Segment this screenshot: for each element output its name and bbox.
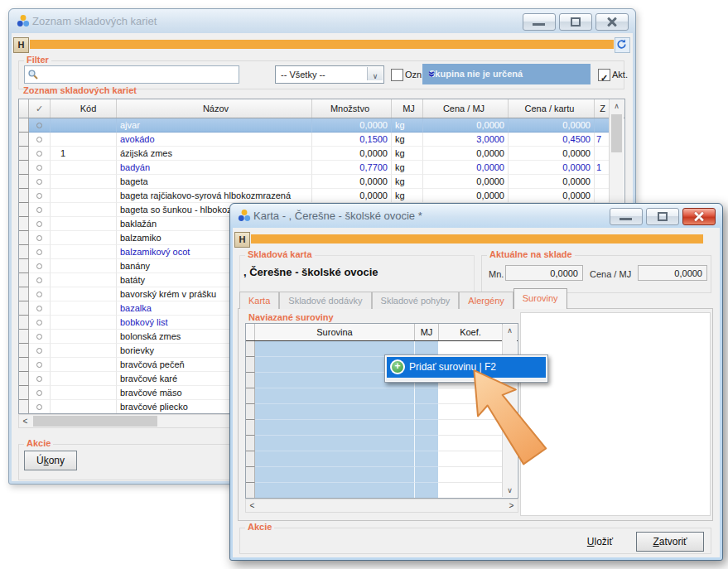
refresh-button[interactable] — [615, 37, 630, 53]
column-header-surovina[interactable]: Surovina — [255, 324, 415, 340]
row-marker-icon — [36, 151, 42, 157]
table-row[interactable]: 1ázijská zmes0,0000kg0,00000,0000 — [19, 147, 624, 161]
ukony-button[interactable]: Úkony — [24, 451, 77, 470]
tab-skladove-pohyby[interactable]: Skladové pohyby — [372, 292, 460, 309]
ingredient-row[interactable] — [246, 420, 518, 436]
minimize-icon — [533, 23, 545, 26]
cell-mj — [415, 483, 439, 499]
horizontal-scrollbar[interactable]: < > — [245, 499, 518, 513]
h-button[interactable]: H — [13, 37, 29, 53]
cell-mj: kg — [392, 161, 423, 175]
minimize-button[interactable] — [610, 208, 643, 225]
column-header-cena-kartu[interactable]: Cena / kartu — [509, 99, 595, 118]
cell-mno: 0,1500 — [312, 133, 392, 147]
minimize-icon — [620, 218, 632, 220]
column-header-mj[interactable]: MJ — [415, 324, 439, 340]
tab-skladove-dodavky[interactable]: Skladové dodávky — [279, 292, 371, 309]
cell-kod — [51, 133, 117, 147]
column-header-cena-mj[interactable]: Cena / MJ — [423, 99, 509, 118]
column-header-koef[interactable]: Koef. — [439, 324, 503, 340]
cell-chk — [29, 133, 51, 147]
tab-suroviny[interactable]: Suroviny — [513, 288, 567, 309]
cell-hdr — [19, 386, 29, 400]
search-input[interactable] — [41, 67, 237, 82]
cell-chk — [29, 231, 51, 245]
maximize-icon — [658, 212, 668, 221]
tab-karta[interactable]: Karta — [239, 292, 279, 309]
cell-kod — [51, 161, 117, 175]
card-window-titlebar[interactable]: Karta - , Čerešne - školské ovocie * — [230, 204, 722, 228]
akt-checkbox[interactable]: ✓ — [598, 69, 610, 81]
table-row[interactable]: ajvar0,0000kg0,00000,0000 — [19, 118, 624, 133]
cell-z: 7 — [595, 133, 610, 147]
cell-hdr — [246, 420, 255, 436]
category-dropdown[interactable]: -- Všetky -- ∨ — [275, 65, 384, 84]
cell-hdr — [246, 404, 255, 420]
current-stock-group-label: Aktuálne na sklade — [487, 249, 575, 259]
price-field: 0,0000 — [638, 265, 707, 281]
close-button[interactable] — [595, 13, 629, 31]
ingredient-row[interactable] — [246, 467, 518, 483]
cell-naz: avokádo — [117, 133, 312, 147]
cell-mj — [415, 404, 439, 420]
tab-alergeny[interactable]: Alergény — [459, 292, 513, 309]
cell-chk — [29, 400, 51, 414]
search-box — [24, 65, 239, 84]
scroll-left-icon[interactable]: < — [19, 416, 31, 427]
group-filter-bar[interactable]: Skupina nie je určená » — [422, 64, 591, 84]
cell-ck: 0,0000 — [509, 118, 595, 133]
column-header-mnozstvo[interactable]: Množstvo — [312, 99, 392, 118]
column-header-check[interactable]: ✓ — [29, 99, 51, 118]
table-row[interactable]: badyán0,7700kg0,00000,00001 — [19, 161, 624, 175]
stock-card-group: Skladová karta , Čerešne - školské ovoci… — [239, 255, 475, 293]
cell-naz: ajvar — [117, 118, 312, 133]
row-marker-icon — [36, 320, 42, 325]
cell-mj: kg — [392, 147, 423, 161]
column-header-z[interactable]: Z — [595, 99, 610, 118]
cell-mj: kg — [392, 133, 423, 147]
dropdown-chevron-icon[interactable]: ∨ — [367, 67, 383, 80]
cell-hdr — [19, 316, 29, 330]
list-window-titlebar[interactable]: Zoznam skladových kariet — [9, 9, 635, 33]
table-row[interactable]: bageta0,0000kg0,00000,0000 — [19, 175, 624, 189]
maximize-button[interactable] — [646, 208, 679, 225]
cell-kod — [51, 400, 117, 414]
cell-mj: kg — [392, 189, 423, 203]
ingredient-row[interactable] — [246, 451, 518, 467]
row-marker-icon — [36, 207, 42, 213]
close-button[interactable] — [682, 208, 716, 225]
table-row[interactable]: bageta rajčiakovo-syrová hlbokozmrazená0… — [19, 189, 624, 203]
column-header-nazov[interactable]: Názov — [117, 99, 312, 118]
scrollbar-thumb[interactable] — [611, 114, 622, 152]
cell-hdr — [19, 217, 29, 231]
double-chevron-down-icon[interactable]: » — [429, 64, 579, 85]
scrollbar-thumb[interactable] — [33, 416, 157, 427]
row-marker-icon — [36, 292, 42, 297]
ulozit-button[interactable]: Uložiť — [582, 535, 618, 548]
row-marker-icon — [36, 221, 42, 227]
table-row[interactable]: avokádo0,1500kg3,00000,45007 — [19, 133, 624, 147]
minimize-button[interactable] — [523, 13, 556, 31]
cell-hdr — [246, 483, 255, 499]
row-marker-icon — [36, 306, 42, 311]
cell-mj — [415, 388, 439, 404]
scroll-down-icon[interactable]: ∨ — [503, 485, 517, 497]
zatvorit-button[interactable]: Zatvoriť — [636, 532, 704, 552]
quantity-field: 0,0000 — [505, 265, 583, 281]
ingredient-row[interactable] — [246, 436, 518, 451]
cell-ck: 0,0000 — [509, 189, 595, 203]
scroll-up-icon[interactable]: ∧ — [503, 325, 517, 337]
column-header-kod[interactable]: Kód — [51, 99, 117, 118]
maximize-button[interactable] — [559, 13, 592, 31]
h-button[interactable]: H — [234, 232, 250, 248]
cell-hdr — [19, 245, 29, 259]
cell-mno: 0,0000 — [312, 189, 392, 203]
ingredient-row[interactable] — [246, 483, 518, 499]
scroll-up-icon[interactable]: ∧ — [610, 100, 624, 113]
ozn-checkbox[interactable] — [391, 69, 403, 81]
cell-z: 1 — [595, 161, 610, 175]
scroll-left-icon[interactable]: < — [246, 500, 258, 511]
scroll-right-icon[interactable]: > — [505, 500, 518, 511]
cell-hdr — [246, 388, 255, 404]
column-header-mj[interactable]: MJ — [392, 99, 423, 118]
